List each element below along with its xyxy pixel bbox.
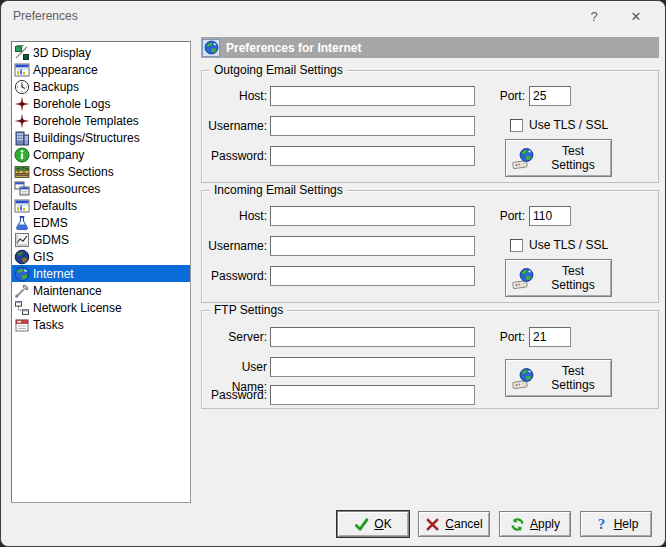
cancel-button[interactable]: Cancel bbox=[418, 511, 490, 537]
test-settings-label: Test Settings bbox=[541, 144, 605, 172]
sidebar-item-gdms[interactable]: GDMS bbox=[12, 231, 190, 248]
sidebar-item-label: Appearance bbox=[33, 63, 98, 77]
ok-label: OK bbox=[374, 517, 391, 531]
sidebar-item-network-license[interactable]: Network License bbox=[12, 299, 190, 316]
sidebar-item-company[interactable]: Company bbox=[12, 146, 190, 163]
sidebar-item-tasks[interactable]: Tasks bbox=[12, 316, 190, 333]
strata-icon bbox=[14, 164, 30, 180]
port-label: Port: bbox=[483, 327, 525, 347]
outgoing-port-input[interactable] bbox=[529, 86, 571, 106]
outgoing-host-input[interactable] bbox=[270, 86, 475, 106]
apply-button[interactable]: Apply bbox=[499, 511, 571, 537]
apply-label: Apply bbox=[530, 517, 560, 531]
group-title: Incoming Email Settings bbox=[210, 183, 347, 197]
test-settings-label: Test Settings bbox=[541, 364, 605, 392]
question-icon: ? bbox=[594, 517, 609, 532]
sidebar-item-label: Buildings/Structures bbox=[33, 131, 140, 145]
host-label: Host: bbox=[206, 86, 267, 106]
sidebar-item-label: GDMS bbox=[33, 233, 69, 247]
incoming-username-input[interactable] bbox=[270, 236, 475, 256]
sidebar-item-label: Defaults bbox=[33, 199, 77, 213]
sidebar-item-label: Borehole Templates bbox=[33, 114, 139, 128]
sidebar-item-defaults[interactable]: Defaults bbox=[12, 197, 190, 214]
port-label: Port: bbox=[483, 206, 525, 226]
window-close-icon[interactable]: ✕ bbox=[619, 1, 653, 31]
server-label: Server: bbox=[206, 327, 267, 347]
test-settings-label: Test Settings bbox=[541, 264, 605, 292]
password-label: Password: bbox=[206, 385, 267, 405]
sidebar-item-3d-display[interactable]: 3D Display bbox=[12, 44, 190, 61]
sidebar-item-label: Backups bbox=[33, 80, 79, 94]
outgoing-password-input[interactable] bbox=[270, 146, 475, 166]
test-settings-icon bbox=[512, 366, 536, 390]
panel-header: Preferences for Internet bbox=[201, 37, 659, 58]
password-label: Password: bbox=[206, 146, 267, 166]
test-settings-icon bbox=[512, 146, 536, 170]
ftp-server-input[interactable] bbox=[270, 327, 475, 347]
sidebar-list[interactable]: 3D DisplayAppearanceBackupsBorehole Logs… bbox=[11, 41, 191, 503]
username-label: Username: bbox=[206, 116, 267, 136]
password-label: Password: bbox=[206, 266, 267, 286]
sidebar-item-label: Internet bbox=[33, 267, 74, 281]
outgoing-test-settings-button[interactable]: Test Settings bbox=[505, 139, 612, 177]
outgoing-tls-checkbox[interactable] bbox=[510, 119, 523, 132]
cancel-label: Cancel bbox=[445, 517, 482, 531]
ftp-settings-group: FTP Settings Server: Port: User Name: Pa… bbox=[201, 310, 659, 409]
incoming-password-input[interactable] bbox=[270, 266, 475, 286]
chart-icon bbox=[14, 232, 30, 248]
sidebar-item-gis[interactable]: GIS bbox=[12, 248, 190, 265]
cross-icon bbox=[425, 517, 440, 532]
host-label: Host: bbox=[206, 206, 267, 226]
ftp-port-input[interactable] bbox=[529, 327, 571, 347]
help-button[interactable]: ? Help bbox=[580, 511, 652, 537]
sidebar-item-label: 3D Display bbox=[33, 46, 91, 60]
sidebar-item-label: Cross Sections bbox=[33, 165, 114, 179]
window-icon bbox=[14, 198, 30, 214]
incoming-test-settings-button[interactable]: Test Settings bbox=[505, 259, 612, 297]
sidebar-item-internet[interactable]: Internet bbox=[12, 265, 190, 282]
incoming-port-input[interactable] bbox=[529, 206, 571, 226]
sidebar-item-backups[interactable]: Backups bbox=[12, 78, 190, 95]
help-label: Help bbox=[614, 517, 639, 531]
svg-text:?: ? bbox=[597, 517, 605, 532]
incoming-host-input[interactable] bbox=[270, 206, 475, 226]
window-help-icon[interactable]: ? bbox=[577, 1, 611, 31]
ftp-username-input[interactable] bbox=[270, 357, 475, 377]
sidebar-item-label: Datasources bbox=[33, 182, 100, 196]
sidebar-item-label: GIS bbox=[33, 250, 54, 264]
wrench-icon bbox=[14, 283, 30, 299]
sidebar-item-label: Borehole Logs bbox=[33, 97, 110, 111]
globe-dark-icon bbox=[14, 249, 30, 265]
ftp-password-input[interactable] bbox=[270, 385, 475, 405]
sidebar-item-buildings-structures[interactable]: Buildings/Structures bbox=[12, 129, 190, 146]
ok-button[interactable]: OK bbox=[337, 511, 409, 537]
sidebar-item-borehole-templates[interactable]: Borehole Templates bbox=[12, 112, 190, 129]
titlebar[interactable]: Preferences ? ✕ bbox=[1, 1, 665, 31]
cube-3d-icon bbox=[14, 45, 30, 61]
incoming-tls-checkbox[interactable] bbox=[510, 239, 523, 252]
tls-label: Use TLS / SSL bbox=[529, 239, 608, 252]
incoming-email-group: Incoming Email Settings Host: Port: User… bbox=[201, 190, 659, 303]
preferences-dialog: Preferences ? ✕ 3D DisplayAppearanceBack… bbox=[0, 0, 666, 547]
clock-icon bbox=[14, 79, 30, 95]
sidebar-item-datasources[interactable]: Datasources bbox=[12, 180, 190, 197]
sidebar-item-maintenance[interactable]: Maintenance bbox=[12, 282, 190, 299]
ftp-test-settings-button[interactable]: Test Settings bbox=[505, 359, 612, 397]
tls-label: Use TLS / SSL bbox=[529, 119, 608, 132]
group-title: FTP Settings bbox=[210, 303, 287, 317]
port-label: Port: bbox=[483, 86, 525, 106]
outgoing-username-input[interactable] bbox=[270, 116, 475, 136]
sidebar-item-label: Maintenance bbox=[33, 284, 102, 298]
username-label: Username: bbox=[206, 236, 267, 256]
group-title: Outgoing Email Settings bbox=[210, 63, 347, 77]
sidebar-item-label: EDMS bbox=[33, 216, 68, 230]
panel-title: Preferences for Internet bbox=[226, 41, 361, 55]
globe-icon bbox=[14, 266, 30, 282]
outgoing-email-group: Outgoing Email Settings Host: Port: User… bbox=[201, 70, 659, 183]
sidebar-item-edms[interactable]: EDMS bbox=[12, 214, 190, 231]
sidebar-item-appearance[interactable]: Appearance bbox=[12, 61, 190, 78]
tasks-icon bbox=[14, 317, 30, 333]
building-icon bbox=[14, 130, 30, 146]
sidebar-item-cross-sections[interactable]: Cross Sections bbox=[12, 163, 190, 180]
sidebar-item-borehole-logs[interactable]: Borehole Logs bbox=[12, 95, 190, 112]
